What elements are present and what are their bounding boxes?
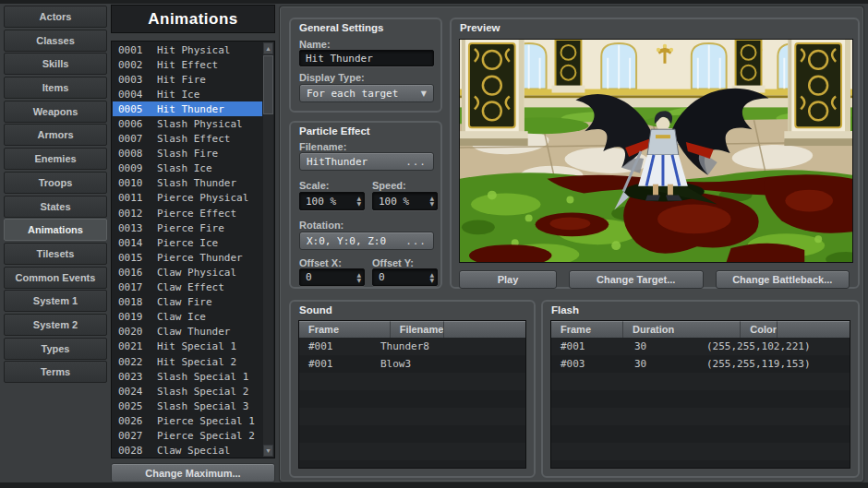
sidebar-tab[interactable]: Items bbox=[4, 77, 107, 99]
sound-filename-cell: Blow3 bbox=[371, 358, 525, 370]
animation-list-item[interactable]: 0013 Pierce Fire bbox=[113, 220, 262, 235]
scrollbar-thumb[interactable] bbox=[263, 55, 273, 114]
offset-x-spinbox[interactable]: 0 ▲ ▼ bbox=[299, 268, 365, 286]
flash-table[interactable]: Frame Duration Color #001 30 bbox=[550, 320, 850, 469]
rotation-label: Rotation: bbox=[299, 220, 344, 231]
animation-list-item[interactable]: 0017 Claw Effect bbox=[113, 280, 262, 295]
spinner-down-icon[interactable]: ▼ bbox=[356, 201, 361, 207]
speed-value: 100 % bbox=[379, 196, 409, 208]
animations-database-window: Actors Classes Skills Items Weapons Armo… bbox=[0, 0, 868, 488]
animation-list-item[interactable]: 0009 Slash Ice bbox=[113, 161, 262, 176]
animation-list-item[interactable]: 0005 Hit Thunder bbox=[113, 101, 262, 116]
list-scrollbar[interactable]: ▲ ▼ bbox=[263, 42, 273, 457]
sidebar-tab-label: States bbox=[40, 201, 70, 212]
sidebar-tab[interactable]: Enemies bbox=[4, 148, 107, 170]
speed-spinbox[interactable]: 100 % ▲ ▼ bbox=[372, 192, 438, 210]
animation-list-item[interactable]: 0026 Pierce Special 1 bbox=[113, 413, 262, 428]
animation-name: Slash Special 2 bbox=[157, 386, 248, 398]
animation-list-item[interactable]: 0012 Pierce Effect bbox=[113, 206, 262, 220]
sidebar-tab[interactable]: Animations bbox=[4, 219, 107, 241]
preview-action-label: Change Target... bbox=[597, 274, 675, 285]
sidebar-tab[interactable]: Common Events bbox=[4, 267, 107, 289]
speed-label: Speed: bbox=[372, 180, 406, 191]
animation-name: Claw Ice bbox=[157, 311, 206, 323]
sidebar-tab[interactable]: Skills bbox=[4, 53, 107, 75]
sound-row[interactable]: #001 Thunder8 bbox=[299, 338, 525, 355]
animation-list-item[interactable]: 0016 Claw Physical bbox=[113, 265, 262, 280]
spinner-down-icon[interactable]: ▼ bbox=[429, 278, 434, 283]
preview-action-button[interactable]: Change Battleback... bbox=[716, 270, 850, 289]
sound-row[interactable]: #001 Blow3 bbox=[299, 355, 525, 373]
sidebar-tab[interactable]: System 1 bbox=[4, 290, 107, 312]
flash-row[interactable]: #001 30 (255,255,102,221) bbox=[551, 338, 850, 355]
scale-spinbox[interactable]: 100 % ▲ ▼ bbox=[299, 192, 365, 210]
animation-list-item[interactable]: 0007 Slash Effect bbox=[113, 132, 262, 147]
animation-list-item[interactable]: 0008 Slash Fire bbox=[113, 147, 262, 161]
flash-row[interactable]: #003 30 (255,255,119,153) bbox=[551, 355, 850, 373]
animation-list-item[interactable]: 0015 Pierce Thunder bbox=[113, 250, 262, 265]
animation-list-item[interactable]: 0025 Slash Special 3 bbox=[113, 399, 262, 413]
change-maximum-button[interactable]: Change Maximum... bbox=[111, 463, 275, 482]
animation-list-item[interactable]: 0020 Claw Thunder bbox=[113, 325, 262, 339]
offset-x-spinner[interactable]: ▲ ▼ bbox=[356, 269, 361, 285]
sound-table[interactable]: Frame Filename #001 Thunder8 bbox=[298, 320, 526, 469]
animation-list-item[interactable]: 0011 Pierce Physical bbox=[113, 191, 262, 206]
name-input[interactable]: Hit Thunder bbox=[299, 50, 434, 66]
animation-list-item[interactable]: 0006 Slash Physical bbox=[113, 116, 262, 131]
animation-list-item[interactable]: 0021 Hit Special 1 bbox=[113, 339, 262, 354]
animation-list-item[interactable]: 0023 Slash Special 1 bbox=[113, 369, 262, 384]
flash-group: Flash Frame Duration Color bbox=[541, 300, 860, 478]
animation-id: 0016 bbox=[118, 267, 146, 279]
sidebar-tab[interactable]: Classes bbox=[4, 30, 107, 52]
offset-y-spinner[interactable]: ▲ ▼ bbox=[429, 269, 434, 285]
rotation-browse-field[interactable]: X:0, Y:0, Z:0 ... bbox=[299, 232, 434, 250]
display-type-select[interactable]: For each target ▼ bbox=[299, 84, 434, 102]
flash-duration-cell: 30 bbox=[625, 340, 697, 352]
scroll-down-icon[interactable]: ▼ bbox=[263, 445, 273, 457]
animation-list-item[interactable]: 0004 Hit Ice bbox=[113, 87, 262, 101]
animation-name: Claw Special bbox=[157, 445, 230, 457]
offset-y-spinbox[interactable]: 0 ▲ ▼ bbox=[372, 268, 438, 286]
animation-name: Slash Special 1 bbox=[157, 371, 248, 383]
preview-action-button[interactable]: Change Target... bbox=[569, 270, 704, 289]
sidebar-tab[interactable]: Armors bbox=[4, 124, 107, 146]
speed-spinner[interactable]: ▲ ▼ bbox=[429, 193, 434, 209]
scale-spinner[interactable]: ▲ ▼ bbox=[356, 193, 361, 209]
offset-x-label: Offset X: bbox=[299, 257, 342, 268]
filename-browse-field[interactable]: HitThunder ... bbox=[299, 152, 434, 171]
spinner-down-icon[interactable]: ▼ bbox=[429, 201, 434, 207]
scroll-up-icon[interactable]: ▲ bbox=[263, 42, 273, 54]
animation-list-item[interactable]: 0028 Claw Special bbox=[113, 444, 262, 457]
animation-list-item[interactable]: 0014 Pierce Ice bbox=[113, 235, 262, 250]
spinner-down-icon[interactable]: ▼ bbox=[356, 278, 361, 283]
sidebar-tab[interactable]: Troops bbox=[4, 172, 107, 194]
rotation-value: X:0, Y:0, Z:0 bbox=[307, 235, 386, 247]
preview-action-button[interactable]: Play bbox=[459, 270, 557, 289]
animation-id: 0019 bbox=[118, 311, 146, 323]
sidebar-tab[interactable]: Terms bbox=[4, 361, 107, 383]
animation-list-item[interactable]: 0024 Slash Special 2 bbox=[113, 384, 262, 399]
animation-list-item[interactable]: 0022 Hit Special 2 bbox=[113, 354, 262, 369]
animations-listbox: 0001 Hit Physical 0002 Hit Effect 0003 H… bbox=[111, 41, 275, 458]
animation-list-item[interactable]: 0019 Claw Ice bbox=[113, 310, 262, 325]
particle-effect-group: Particle Effect Filename: HitThunder ...… bbox=[289, 121, 442, 289]
sidebar-tab[interactable]: Tilesets bbox=[4, 243, 107, 265]
animation-list-item[interactable]: 0027 Pierce Special 2 bbox=[113, 428, 262, 443]
animation-list-item[interactable]: 0002 Hit Effect bbox=[113, 57, 262, 72]
sound-group: Sound Frame Filename bbox=[289, 300, 536, 478]
sidebar-tab[interactable]: Actors bbox=[4, 6, 107, 28]
animation-list-item[interactable]: 0010 Slash Thunder bbox=[113, 176, 262, 191]
animation-list-item[interactable]: 0001 Hit Physical bbox=[113, 42, 262, 57]
sidebar-tab-label: Animations bbox=[28, 224, 83, 235]
animation-name: Slash Physical bbox=[157, 118, 243, 130]
scrollbar-track[interactable] bbox=[263, 54, 273, 445]
flash-header-gutter bbox=[778, 321, 850, 338]
sidebar-tab[interactable]: Types bbox=[4, 338, 107, 360]
sidebar-tab[interactable]: States bbox=[4, 196, 107, 218]
animation-id: 0023 bbox=[118, 371, 146, 383]
preview-group: Preview bbox=[450, 18, 860, 289]
sidebar-tab[interactable]: System 2 bbox=[4, 314, 107, 336]
animation-list-item[interactable]: 0018 Claw Fire bbox=[113, 295, 262, 310]
sidebar-tab[interactable]: Weapons bbox=[4, 101, 107, 123]
animation-list-item[interactable]: 0003 Hit Fire bbox=[113, 72, 262, 87]
